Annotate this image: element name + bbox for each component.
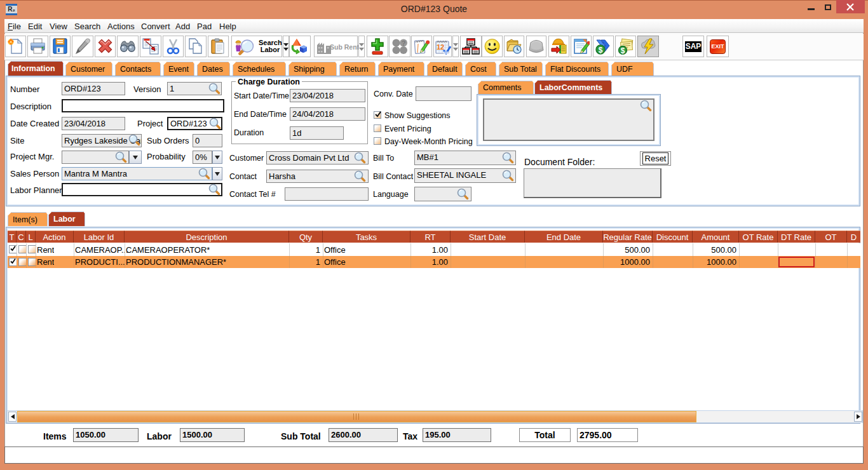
svg-text:?: ?: [402, 39, 406, 47]
svg-text:12: 12: [437, 43, 444, 51]
svg-text:$: $: [621, 46, 625, 55]
svg-text:$: $: [599, 46, 603, 55]
